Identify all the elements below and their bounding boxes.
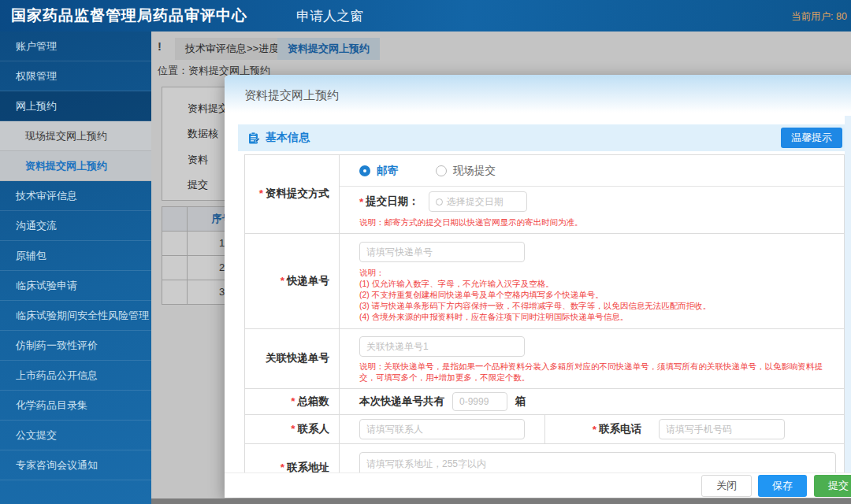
submit-date-picker[interactable]: 选择提交日期 xyxy=(429,191,527,212)
required-mark: * xyxy=(259,187,263,201)
sidebar-item-raw-materials[interactable]: 原辅包 xyxy=(0,241,151,271)
sidebar-item-generic-eval[interactable]: 仿制药一致性评价 xyxy=(0,331,151,361)
contact-phone-label: * 联系电话 xyxy=(544,415,651,443)
sidebar-item-tech-review[interactable]: 技术审评信息 xyxy=(0,181,151,211)
row-related-express: 关联快递单号 说明：关联快递单号，是指如果一个品种资料分装入多箱所对应的不同快递… xyxy=(245,329,844,389)
submit-method-label: * 资料提交方式 xyxy=(245,155,340,233)
basic-info-section-bar: 基本信息 温馨提示 xyxy=(238,124,845,151)
boxes-suffix: 箱 xyxy=(515,395,526,409)
note-line: 说明： xyxy=(359,267,838,278)
row-address: * 联系地址 xyxy=(245,444,844,472)
horizontal-scrollbar[interactable] xyxy=(151,498,851,504)
row-submit-method: * 资料提交方式 邮寄 现场提交 * 提交日期： xyxy=(245,155,844,234)
note-line: (4) 含境外来源的申报资料时，应在备注项下同时注明国际快递单号信息。 xyxy=(359,311,838,322)
close-button[interactable]: 关闭 xyxy=(701,475,752,497)
modal-footer: 关闭 保存 提交 xyxy=(225,472,851,498)
radio-mail-label[interactable]: 邮寄 xyxy=(377,164,398,178)
related-express-label: 关联快递单号 xyxy=(245,329,340,388)
row-total-boxes: * 总箱数 本次快递单号共有 箱 xyxy=(245,389,844,415)
sidebar-item-clinical-trial[interactable]: 临床试验申请 xyxy=(0,271,151,301)
contact-address-input[interactable] xyxy=(359,452,836,472)
note-line: (3) 请与快递单条形码下方内容保持一致，不得增减字母、数字等，以免因信息无法匹… xyxy=(359,300,838,311)
express-number-label: * 快递单号 xyxy=(245,234,340,328)
note-line: (2) 不支持重复创建相同快递单号及单个空格内填写多个快递单号。 xyxy=(359,289,838,300)
portal-title: 申请人之窗 xyxy=(296,7,363,25)
row-express-number: * 快递单号 说明： (1) 仅允许输入数字、字母，不允许输入汉字及空格。 (2… xyxy=(245,234,844,329)
tips-button[interactable]: 温馨提示 xyxy=(781,128,842,148)
submit-button[interactable]: 提交 xyxy=(814,475,851,497)
submit-date-label: 提交日期： xyxy=(366,195,419,209)
label-text: 总箱数 xyxy=(298,395,330,409)
sidebar-item-permission[interactable]: 权限管理 xyxy=(0,61,151,91)
modal-header: 资料提交网上预约 xyxy=(225,75,851,116)
date-placeholder: 选择提交日期 xyxy=(447,195,504,209)
booking-form: * 资料提交方式 邮寄 现场提交 * 提交日期： xyxy=(244,154,845,472)
express-number-notes: 说明： (1) 仅允许输入数字、字母，不允许输入汉字及空格。 (2) 不支持重复… xyxy=(340,262,844,328)
sidebar-item-safety-risk[interactable]: 临床试验期间安全性风险管理 xyxy=(0,301,151,331)
modal-body: 基本信息 温馨提示 * 资料提交方式 邮寄 现场提交 xyxy=(225,116,851,472)
app-window: 国家药品监督管理局药品审评中心 申请人之窗 当前用户: 80 账户管理 权限管理… xyxy=(0,0,851,504)
radio-mail[interactable] xyxy=(359,165,370,176)
radio-onsite[interactable] xyxy=(436,165,447,176)
required-mark: * xyxy=(281,275,284,288)
submit-method-radios: 邮寄 现场提交 xyxy=(340,155,844,187)
modal-scrollbar[interactable] xyxy=(845,116,851,472)
document-booking-modal: 资料提交网上预约 基本信息 温馨提示 xyxy=(225,75,851,498)
boxes-prefix: 本次快递单号共有 xyxy=(359,395,444,409)
section-title: 基本信息 xyxy=(266,131,310,145)
sidebar-item-document-booking[interactable]: 资料提交网上预约 xyxy=(0,151,151,181)
label-text: 联系电话 xyxy=(599,422,641,436)
required-mark: * xyxy=(281,461,284,472)
required-mark: * xyxy=(359,196,363,208)
contact-person-label: * 联系人 xyxy=(245,415,340,443)
sidebar-item-expert-meeting[interactable]: 专家咨询会议通知 xyxy=(0,450,151,480)
total-boxes-input[interactable] xyxy=(452,392,507,411)
clock-icon xyxy=(436,198,443,206)
sidebar-item-doc-submit[interactable]: 公文提交 xyxy=(0,421,151,450)
required-mark: * xyxy=(291,395,295,409)
submit-date-note: 说明：邮寄方式的提交日期以快递官网显示的寄出时间为准。 xyxy=(340,217,844,233)
sidebar-item-chem-catalog[interactable]: 化学药品目录集 xyxy=(0,391,151,421)
sidebar-item-account[interactable]: 账户管理 xyxy=(0,32,151,61)
related-express-input[interactable] xyxy=(359,336,525,357)
modal-title: 资料提交网上预约 xyxy=(244,88,339,103)
label-text: 关联快递单号 xyxy=(266,352,329,365)
sidebar-item-marketed-info[interactable]: 上市药品公开信息 xyxy=(0,361,151,391)
note-line: (1) 仅允许输入数字、字母，不允许输入汉字及空格。 xyxy=(359,278,838,289)
sidebar-item-online-booking[interactable]: 网上预约 xyxy=(0,91,151,121)
top-header-bar: 国家药品监督管理局药品审评中心 申请人之窗 当前用户: 80 xyxy=(0,0,851,32)
total-boxes-label: * 总箱数 xyxy=(245,389,340,414)
current-user-label: 当前用户: 80 xyxy=(791,10,847,24)
save-button[interactable]: 保存 xyxy=(758,475,807,497)
label-text: 联系地址 xyxy=(287,461,329,472)
express-number-input[interactable] xyxy=(359,242,525,262)
row-contact: * 联系人 * 联系电话 xyxy=(245,415,844,444)
required-mark: * xyxy=(291,423,295,436)
sidebar-nav: 账户管理 权限管理 网上预约 现场提交网上预约 资料提交网上预约 技术审评信息 … xyxy=(0,32,151,504)
site-title: 国家药品监督管理局药品审评中心 xyxy=(11,6,247,26)
clipboard-edit-icon xyxy=(247,132,260,144)
contact-phone-input[interactable] xyxy=(659,419,785,439)
contact-address-label: * 联系地址 xyxy=(245,444,340,472)
related-express-note: 说明：关联快递单号，是指如果一个品种资料分装入多箱所对应的不同快递单号，须填写所… xyxy=(340,357,844,388)
label-text: 快递单号 xyxy=(287,275,329,288)
submit-date-row: * 提交日期： 选择提交日期 xyxy=(340,187,844,217)
label-text: 资料提交方式 xyxy=(266,187,329,201)
sidebar-item-communication[interactable]: 沟通交流 xyxy=(0,211,151,241)
radio-onsite-label[interactable]: 现场提交 xyxy=(453,164,496,178)
label-text: 联系人 xyxy=(298,423,330,436)
sidebar-item-onsite-booking[interactable]: 现场提交网上预约 xyxy=(0,121,151,151)
contact-person-input[interactable] xyxy=(359,419,525,439)
required-mark: * xyxy=(593,424,596,435)
